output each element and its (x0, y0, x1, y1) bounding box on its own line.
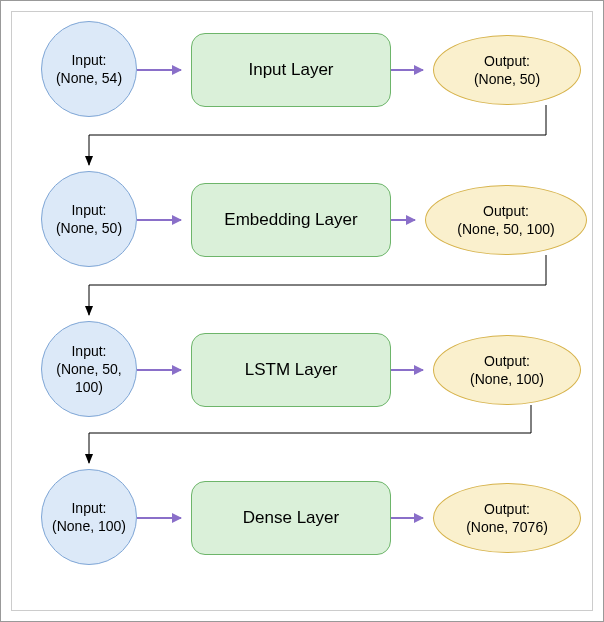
layer-name: Dense Layer (243, 508, 339, 528)
input-node-0: Input: (None, 54) (41, 21, 137, 117)
flow-arrow-icon (391, 517, 423, 519)
input-shape: (None, 100) (52, 517, 126, 535)
layer-node-0: Input Layer (191, 33, 391, 107)
output-node-1: Output: (None, 50, 100) (425, 185, 587, 255)
input-label: Input: (71, 201, 106, 219)
input-shape: (None, 50, 100) (42, 360, 136, 396)
output-node-2: Output: (None, 100) (433, 335, 581, 405)
layer-row-0: Input: (None, 54) Input Layer Output: (N… (1, 21, 603, 131)
output-shape: (None, 100) (470, 370, 544, 388)
layer-name: Input Layer (248, 60, 333, 80)
layer-node-1: Embedding Layer (191, 183, 391, 257)
output-label: Output: (483, 202, 529, 220)
input-label: Input: (71, 499, 106, 517)
layer-row-2: Input: (None, 50, 100) LSTM Layer Output… (1, 321, 603, 431)
flow-arrow-icon (137, 369, 181, 371)
layer-name: LSTM Layer (245, 360, 338, 380)
input-shape: (None, 54) (56, 69, 122, 87)
output-node-3: Output: (None, 7076) (433, 483, 581, 553)
layer-row-3: Input: (None, 100) Dense Layer Output: (… (1, 469, 603, 579)
input-shape: (None, 50) (56, 219, 122, 237)
input-label: Input: (71, 342, 106, 360)
layer-node-3: Dense Layer (191, 481, 391, 555)
layer-row-1: Input: (None, 50) Embedding Layer Output… (1, 171, 603, 281)
input-label: Input: (71, 51, 106, 69)
output-label: Output: (484, 500, 530, 518)
flow-arrow-icon (137, 69, 181, 71)
output-label: Output: (484, 352, 530, 370)
layer-node-2: LSTM Layer (191, 333, 391, 407)
diagram-canvas: Input: (None, 54) Input Layer Output: (N… (0, 0, 604, 622)
flow-arrow-icon (391, 69, 423, 71)
output-shape: (None, 7076) (466, 518, 548, 536)
flow-arrow-icon (391, 219, 415, 221)
output-shape: (None, 50, 100) (457, 220, 554, 238)
flow-arrow-icon (137, 517, 181, 519)
input-node-1: Input: (None, 50) (41, 171, 137, 267)
output-shape: (None, 50) (474, 70, 540, 88)
flow-arrow-icon (137, 219, 181, 221)
input-node-2: Input: (None, 50, 100) (41, 321, 137, 417)
output-label: Output: (484, 52, 530, 70)
input-node-3: Input: (None, 100) (41, 469, 137, 565)
output-node-0: Output: (None, 50) (433, 35, 581, 105)
layer-name: Embedding Layer (224, 210, 357, 230)
flow-arrow-icon (391, 369, 423, 371)
